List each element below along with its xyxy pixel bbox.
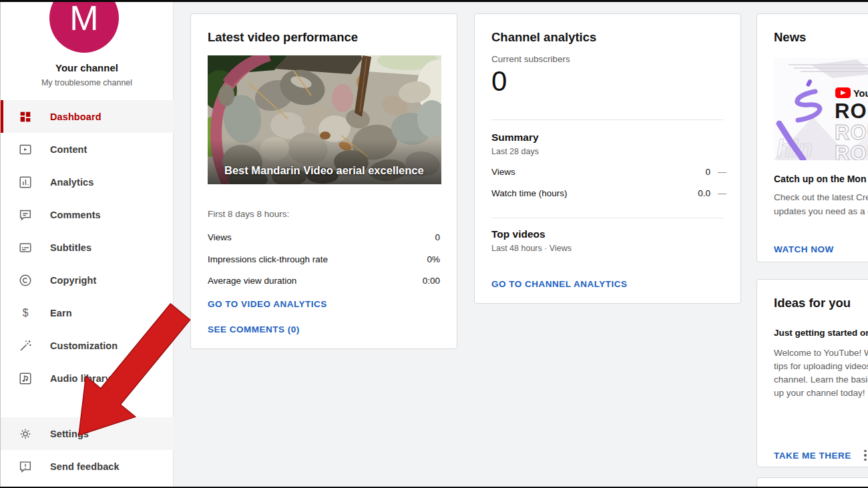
channel-name: My troublesome channel [0,78,174,87]
latest-video-thumbnail[interactable]: Best Mandarin Video aerial excellence [208,55,441,184]
news-roundup-image: hln You ROU ROU ROU [774,58,868,160]
channel-analytics-card: Channel analytics Current subscribers 0 … [474,13,741,304]
trend-dash-icon: — [718,167,726,177]
sidebar-item-label: Subtitles [50,242,91,253]
sidebar-nav-bottom: Settings Send feedback [0,417,174,483]
avatar-letter: M [69,0,98,38]
latest-video-performance-card: Latest video performance [190,13,457,349]
sidebar-item-content[interactable]: Content [0,133,174,166]
earn-icon: $ [18,306,33,320]
svg-text:ROU: ROU [835,142,868,160]
stat-value: 0 [435,232,440,242]
dashboard-icon [18,109,33,124]
customization-icon [18,338,33,353]
trend-dash-icon: — [718,188,726,198]
card-title: News [774,30,806,45]
go-to-video-analytics-link[interactable]: GO TO VIDEO ANALYTICS [208,299,327,309]
audio-library-icon [18,371,33,386]
card-title: Ideas for you [774,296,851,310]
card-title: Latest video performance [208,30,358,45]
sidebar-item-label: Copyright [50,275,96,286]
sidebar-item-customization[interactable]: Customization [0,329,174,362]
summary-row-views: Views 0 — [491,167,724,178]
stat-row-ctr: Impressions click-through rate 0% [208,254,440,265]
ideas-for-you-card: Ideas for you Just getting started on Y … [756,279,868,467]
sidebar-item-label: Content [50,144,87,155]
ideas-body-line: Welcome to YouTube! W [774,346,868,360]
ideas-body-line: up your channel today! [774,387,868,400]
channel-title: Your channel [0,62,174,73]
watch-now-link[interactable]: WATCH NOW [774,244,834,254]
svg-text:ROU: ROU [835,99,868,123]
settings-icon [18,427,33,441]
content-icon [18,142,33,157]
summary-title: Summary [491,132,539,144]
stat-value: 0 [705,167,710,177]
stat-row-avg-duration: Average view duration 0:00 [208,276,440,286]
news-headline: Catch up on the Mon [774,174,866,184]
feedback-icon [18,459,33,474]
stat-value: 0.0 [698,188,710,198]
news-image[interactable]: hln You ROU ROU ROU [774,58,868,160]
current-subscribers-value: 0 [491,67,507,95]
stat-value: 0% [427,254,440,264]
stat-label: Views [491,167,515,177]
sidebar-item-audio-library[interactable]: Audio library [0,362,174,395]
current-subscribers-label: Current subscribers [491,54,570,64]
sidebar-item-label: Earn [50,308,72,318]
ideas-body-line: tips for uploading videos [774,360,868,373]
sidebar-item-label: Send feedback [50,461,120,472]
card-title: Channel analytics [491,30,596,45]
ideas-paragraph: Welcome to YouTube! W tips for uploading… [774,346,868,400]
ideas-headline: Just getting started on Y [774,328,868,338]
sidebar-item-analytics[interactable]: Analytics [0,166,174,198]
svg-text:ROU: ROU [835,121,868,144]
analytics-icon [18,175,33,190]
sidebar-item-label: Settings [50,429,89,439]
comments-icon [18,208,33,222]
news-card: News hln You ROU ROU ROU Catch up on the… [756,13,868,262]
svg-text:You: You [853,88,868,99]
stat-row-views: Views 0 [208,232,440,243]
stat-value: 0:00 [423,276,440,286]
period-label: First 8 days 8 hours: [208,209,289,219]
sidebar-item-label: Customization [50,340,118,351]
window-edge-left [0,0,1,488]
ideas-body-line: channel. Learn the basic [774,373,868,387]
copyright-icon [18,273,33,288]
stat-label: Impressions click-through rate [208,254,328,264]
news-body-line: Check out the latest Cre [774,192,868,202]
sidebar-item-settings[interactable]: Settings [0,417,174,450]
sidebar-nav: Dashboard Content Analytics [0,100,174,395]
sidebar-item-dashboard[interactable]: Dashboard [0,100,174,133]
divider [491,119,724,120]
subtitles-icon [18,240,33,255]
sidebar-item-label: Analytics [50,177,93,188]
top-videos-title: Top videos [491,228,546,240]
sidebar-item-label: Comments [50,210,101,220]
sidebar-item-subtitles[interactable]: Subtitles [0,231,174,264]
sidebar-item-label: Audio library [50,373,111,384]
summary-row-watch-time: Watch time (hours) 0.0 — [491,188,724,199]
stat-label: Watch time (hours) [491,188,568,198]
sidebar: M Your channel My troublesome channel Da… [0,0,174,488]
see-comments-link[interactable]: SEE COMMENTS (0) [208,324,300,334]
stat-label: Average view duration [208,276,296,286]
go-to-channel-analytics-link[interactable]: GO TO CHANNEL ANALYTICS [491,279,628,289]
svg-text:$: $ [23,307,29,318]
sidebar-item-copyright[interactable]: Copyright [0,264,174,296]
video-caption: Best Mandarin Video aerial excellence [224,164,424,177]
ideas-menu-kebab-icon[interactable] [859,447,868,464]
news-body-line: updates you need as a c [774,206,868,216]
channel-avatar[interactable]: M [49,0,119,53]
sidebar-item-send-feedback[interactable]: Send feedback [0,450,174,483]
sidebar-item-comments[interactable]: Comments [0,198,174,231]
window-edge-top [0,0,868,2]
stat-label: Views [208,232,232,242]
summary-period: Last 28 days [491,147,539,156]
sidebar-item-label: Dashboard [50,111,101,122]
top-videos-period: Last 48 hours · Views [491,244,572,253]
divider [491,218,724,218]
take-me-there-link[interactable]: TAKE ME THERE [774,451,851,461]
sidebar-item-earn[interactable]: $ Earn [0,296,174,329]
